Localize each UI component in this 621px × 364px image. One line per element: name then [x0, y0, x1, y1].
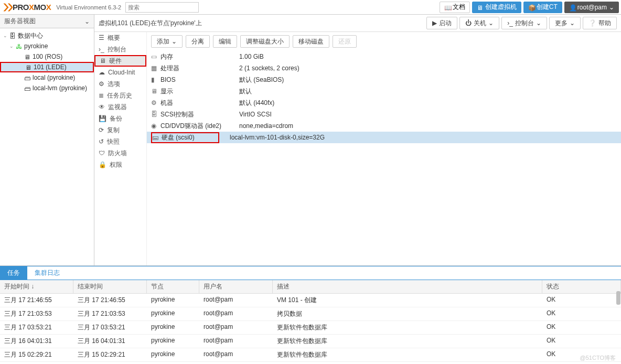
sm-permissions[interactable]: 🔒权限: [94, 159, 146, 170]
task-row[interactable]: 三月 15 02:29:21三月 15 02:29:21pyrokineroot…: [0, 348, 621, 362]
col-start[interactable]: 开始时间 ↓: [0, 280, 73, 293]
move-button[interactable]: 移动磁盘: [293, 35, 329, 48]
task-row[interactable]: 三月 17 21:46:55三月 17 21:46:55pyrokineroot…: [0, 294, 621, 307]
chevron-down-icon: ⌄: [536, 19, 541, 27]
monitor-icon: 🖥: [100, 57, 106, 65]
search-input[interactable]: [125, 2, 199, 13]
col-desc[interactable]: 描述: [273, 280, 542, 293]
help-label: 帮助: [598, 19, 611, 28]
more-label: 更多: [555, 19, 568, 28]
create-vm-button[interactable]: 🖥创建虚拟机: [472, 2, 521, 13]
collapse-icon: ⌄: [9, 44, 15, 49]
add-button[interactable]: 添加 ⌄: [151, 35, 183, 48]
database-icon: 🗄: [151, 111, 160, 118]
task-row[interactable]: 三月 17 21:03:53三月 17 21:03:53pyrokineroot…: [0, 307, 621, 321]
sm-cloudinit[interactable]: ☁Cloud-Init: [94, 67, 146, 78]
content-panel: 虚拟机101 (LEDE)在节点'pyrokine'上 ▶启动 ⏻关机 ⌄ ›_…: [94, 15, 621, 265]
hw-scsi[interactable]: 🗄SCSI控制器VirtIO SCSI: [147, 109, 621, 120]
task-row[interactable]: 三月 16 04:01:31三月 16 04:01:31pyrokineroot…: [0, 335, 621, 348]
disc-icon: ◉: [151, 122, 160, 130]
sidemenu: ☰概要 ›_控制台 🖥硬件 ☁Cloud-Init ⚙选项 ≣任务历史 👁监视器…: [94, 32, 147, 265]
topbar: PROXMOX Virtual Environment 6.3-2 📖文档 🖥创…: [0, 0, 621, 15]
hw-cdrom[interactable]: ◉CD/DVD驱动器 (ide2)none,media=cdrom: [147, 120, 621, 132]
play-icon: ▶: [432, 19, 437, 27]
tree-vm-100[interactable]: 🖥100 (ROS): [0, 51, 94, 62]
edit-button[interactable]: 编辑: [213, 35, 237, 48]
shutdown-button[interactable]: ⏻关机 ⌄: [459, 17, 499, 29]
tree-node-pyrokine[interactable]: ⌄🖧pyrokine: [0, 41, 94, 51]
sm-firewall[interactable]: 🛡防火墙: [94, 147, 146, 159]
create-vm-label: 创建虚拟机: [485, 3, 517, 12]
task-rows: 三月 17 21:46:55三月 17 21:46:55pyrokineroot…: [0, 294, 621, 362]
start-label: 启动: [439, 19, 452, 28]
help-icon: ❔: [588, 19, 596, 27]
tab-cluster[interactable]: 集群日志: [27, 266, 67, 280]
doc-button[interactable]: 📖文档: [440, 2, 470, 13]
monitor-icon: 🖥: [25, 64, 33, 70]
resize-button[interactable]: 调整磁盘大小: [240, 35, 290, 48]
more-button[interactable]: 更多 ⌄: [549, 17, 581, 29]
node-label: pyrokine: [24, 42, 48, 50]
hw-display[interactable]: 🖥显示默认: [147, 85, 621, 97]
logo-text: PROXMOX: [13, 3, 51, 12]
hw-bios[interactable]: ▮BIOS默认 (SeaBIOS): [147, 74, 621, 85]
sm-backup[interactable]: 💾备份: [94, 113, 146, 124]
view-selector[interactable]: 服务器视图⌄: [0, 15, 94, 28]
user-button[interactable]: 👤root@pam ⌄: [564, 2, 619, 13]
sm-summary[interactable]: ☰概要: [94, 32, 146, 44]
revert-button[interactable]: 还原: [333, 35, 357, 48]
sync-icon: ⟳: [99, 126, 104, 134]
hw-machine[interactable]: ⚙机器默认 (i440fx): [147, 97, 621, 109]
user-label: root@pam: [577, 4, 607, 11]
create-ct-label: 创建CT: [537, 3, 558, 12]
sm-console[interactable]: ›_控制台: [94, 44, 146, 55]
tree: ⌄🗄数据中心 ⌄🖧pyrokine 🖥100 (ROS) 🖥101 (LEDE)…: [0, 28, 94, 265]
sm-hardware[interactable]: 🖥硬件: [94, 55, 146, 67]
scrollbar-thumb[interactable]: [616, 291, 620, 305]
hardware-table: ▭内存1.00 GiB ▦处理器2 (1 sockets, 2 cores) ▮…: [147, 51, 621, 265]
sm-taskhist[interactable]: ≣任务历史: [94, 90, 146, 101]
chevron-down-icon: ⌄: [570, 19, 575, 27]
col-end[interactable]: 结束时间: [73, 280, 147, 293]
tab-tasks[interactable]: 任务: [0, 266, 27, 280]
book-icon: 📖: [444, 4, 451, 10]
create-ct-button[interactable]: 📦创建CT: [523, 2, 562, 13]
detach-button[interactable]: 分离: [186, 35, 210, 48]
collapse-icon: ⌄: [3, 33, 8, 38]
start-button[interactable]: ▶启动: [426, 17, 457, 29]
vm100-label: 100 (ROS): [33, 53, 62, 60]
database-icon: 🗃: [24, 85, 31, 91]
task-row[interactable]: 三月 17 03:53:21三月 17 03:53:21pyrokineroot…: [0, 321, 621, 335]
terminal-icon: ›_: [507, 19, 513, 27]
col-status[interactable]: 状态: [542, 280, 621, 293]
sm-monitor[interactable]: 👁监视器: [94, 101, 146, 113]
help-button[interactable]: ❔帮助: [583, 17, 617, 29]
console-button[interactable]: ›_控制台 ⌄: [501, 17, 547, 29]
server-icon: 🗄: [9, 33, 17, 39]
hw-disk[interactable]: 🖴硬盘 (scsi0)local-lvm:vm-101-disk-0,size=…: [147, 132, 621, 143]
col-node[interactable]: 节点: [147, 280, 199, 293]
vm101-label: 101 (LEDE): [34, 63, 67, 71]
eye-icon: 👁: [99, 103, 105, 111]
sm-snapshot[interactable]: ↺快照: [94, 136, 146, 147]
col-user[interactable]: 用户名: [199, 280, 273, 293]
doc-label: 文档: [453, 3, 465, 12]
hw-cpu[interactable]: ▦处理器2 (1 sockets, 2 cores): [147, 62, 621, 74]
localvm-label: local-lvm (pyrokine): [33, 84, 87, 92]
tree-datacenter[interactable]: ⌄🗄数据中心: [0, 30, 94, 41]
bottom-panel: 任务 集群日志 开始时间 ↓ 结束时间 节点 用户名 描述 状态 三月 17 2…: [0, 265, 621, 362]
chevron-down-icon: ⌄: [488, 19, 494, 27]
save-icon: 💾: [99, 115, 106, 122]
hdd-icon: 🖴: [152, 134, 162, 141]
tree-storage-local[interactable]: 🗃local (pyrokine): [0, 72, 94, 83]
history-icon: ↺: [99, 138, 104, 145]
dc-label: 数据中心: [18, 31, 43, 40]
hw-memory[interactable]: ▭内存1.00 GiB: [147, 51, 621, 62]
tree-storage-localvm[interactable]: 🗃local-lvm (pyrokine): [0, 83, 94, 93]
task-header: 开始时间 ↓ 结束时间 节点 用户名 描述 状态: [0, 280, 621, 294]
sm-options[interactable]: ⚙选项: [94, 78, 146, 90]
tree-vm-101[interactable]: 🖥101 (LEDE): [0, 62, 94, 72]
sm-replication[interactable]: ⟳复制: [94, 124, 146, 136]
view-label: 服务器视图: [4, 17, 36, 26]
node-icon: 🖧: [16, 43, 23, 49]
